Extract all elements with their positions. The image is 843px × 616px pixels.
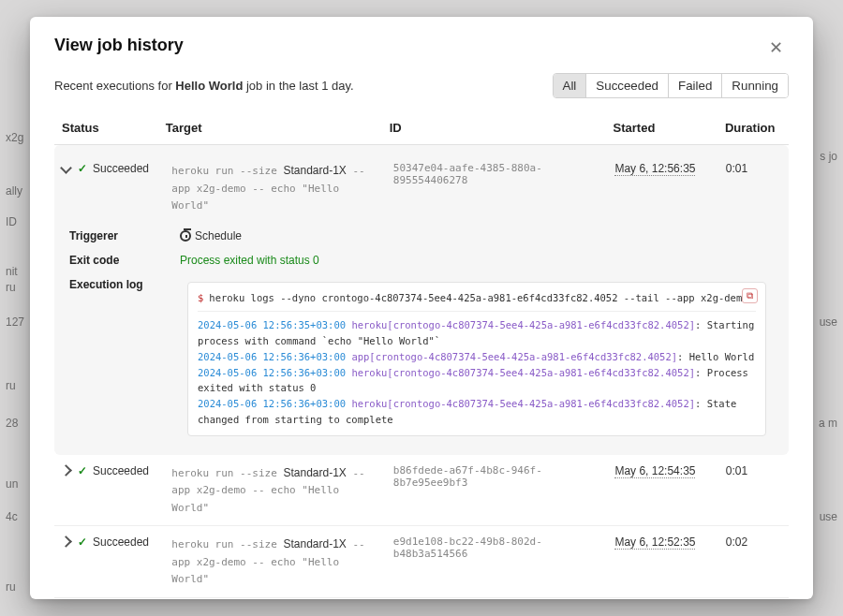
status-filter-group: All Succeeded Failed Running [553, 73, 789, 98]
table-row: ✓Succeededheroku run --size Standard-1X … [54, 526, 789, 598]
copy-icon: ⧉ [747, 290, 753, 301]
expanded-row: ✓ Succeeded heroku run --size Standard-1… [54, 145, 789, 455]
col-duration: Duration [717, 111, 789, 145]
prompt-icon: $ [198, 290, 203, 306]
duration: 0:01 [718, 455, 789, 526]
job-id: b86fdede-a67f-4b8c-946f-8b7e95ee9bf3 [386, 455, 608, 526]
exit-code-label: Exit code [69, 254, 180, 267]
triggerer-label: Triggerer [69, 229, 180, 242]
execution-log-label: Execution log [69, 278, 180, 291]
chevron-right-icon [60, 464, 72, 477]
job-id: e9d1e108-bc22-49b8-802d-b48b3a514566 [386, 526, 608, 598]
check-icon: ✓ [78, 162, 87, 175]
job-id: 200c522a-6821-45ab-8a1d-5abd4d936040 [386, 597, 608, 599]
close-button[interactable]: ✕ [763, 36, 789, 60]
duration: 0:01 [718, 597, 789, 599]
col-target: Target [158, 111, 382, 145]
col-started: Started [606, 111, 717, 145]
row-toggle[interactable]: ✓ Succeeded [62, 162, 156, 175]
close-icon: ✕ [769, 38, 783, 57]
filter-running[interactable]: Running [722, 74, 788, 97]
modal-title: View job history [54, 36, 184, 55]
check-icon: ✓ [78, 464, 87, 477]
filter-failed[interactable]: Failed [669, 74, 722, 97]
started-time: May 6, 12:54:35 [614, 464, 695, 478]
duration: 0:02 [718, 526, 789, 598]
filter-all[interactable]: All [554, 74, 587, 97]
copy-button[interactable]: ⧉ [742, 288, 758, 303]
duration: 0:01 [718, 153, 789, 224]
chevron-down-icon [60, 162, 72, 174]
job-history-modal: View job history ✕ Recent executions for… [30, 17, 813, 599]
target: heroku run --size Standard-1X --app x2g-… [164, 597, 386, 599]
filter-succeeded[interactable]: Succeeded [586, 74, 669, 97]
target: heroku run --size Standard-1X --app x2g-… [164, 526, 386, 598]
triggerer-value: Schedule [180, 229, 774, 242]
execution-log: ⧉ $ heroku logs --dyno crontogo-4c807374… [187, 282, 766, 436]
job-history-table: Status Target ID Started Duration [54, 111, 789, 455]
row-toggle[interactable]: ✓Succeeded [62, 464, 156, 477]
row-toggle[interactable]: ✓Succeeded [62, 535, 156, 549]
schedule-icon [180, 230, 191, 242]
job-id: 50347e04-aafe-4385-880a-895554406278 [386, 153, 608, 224]
chevron-right-icon [60, 536, 72, 549]
check-icon: ✓ [78, 535, 87, 549]
exit-code-value: Process exited with status 0 [180, 254, 774, 267]
col-status: Status [54, 111, 158, 145]
started-time: May 6, 12:52:35 [614, 535, 695, 550]
table-row: ✓Succeededheroku run --size Standard-1X … [54, 597, 789, 599]
table-row: ✓Succeededheroku run --size Standard-1X … [54, 455, 789, 526]
started-time: May 6, 12:56:35 [614, 162, 695, 176]
log-command: heroku logs --dyno crontogo-4c807374-5ee… [209, 290, 747, 306]
col-id: ID [382, 111, 606, 145]
target: heroku run --size Standard-1X --app x2g-… [164, 455, 386, 526]
subtitle: Recent executions for Hello World job in… [54, 79, 354, 93]
